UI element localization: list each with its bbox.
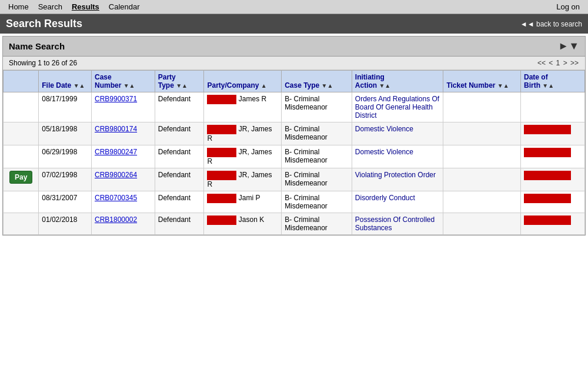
cell-partyco: Jason K [204,213,282,235]
col-header-initiating[interactable]: InitiatingAction ▼▲ [352,71,443,92]
table-row: 08/17/1999CRB9900371Defendant James RB- … [4,92,585,122]
cell-partytype: Defendant [155,191,204,213]
case-number-link[interactable]: CRB9800174 [95,125,137,133]
pagination-prev[interactable]: < [549,59,553,67]
pagination: << < 1 > >> [537,59,579,67]
pay-button[interactable]: Pay [9,171,32,184]
redacted-name-bar [207,125,236,134]
redacted-name-bar [207,95,236,104]
cell-ticket [443,191,521,213]
cell-dob [521,92,585,122]
cell-initiating: Orders And Regulations Of Board Of Gener… [352,92,443,122]
results-panel: Name Search ►▼ Showing 1 to 26 of 26 << … [2,36,586,236]
col-header-actions [4,71,39,92]
case-number-link[interactable]: CRB9800264 [95,171,137,179]
cell-filedate: 05/18/1998 [39,122,92,145]
cell-ticket [443,213,521,235]
cell-dob [521,145,585,168]
logon-area: Log on [552,2,584,11]
nav-links: Home Search Results Calendar [4,1,145,12]
table-row: 05/18/1998CRB9800174Defendant JR, James … [4,122,585,145]
cell-casenum[interactable]: CRB1800002 [92,213,155,235]
col-header-casetype[interactable]: Case Type ▼▲ [282,71,352,92]
results-meta: Showing 1 to 26 of 26 << < 1 > >> [3,57,585,70]
cell-action [4,145,39,168]
nav-results[interactable]: Results [67,1,104,12]
top-navigation: Home Search Results Calendar Log on [0,0,588,14]
cell-initiating: Domestic Violence [352,122,443,145]
page-title-bar: Search Results back to search [0,14,588,34]
pagination-last[interactable]: >> [570,59,579,67]
case-number-link[interactable]: CRB9800247 [95,148,137,156]
case-number-link[interactable]: CRB1800002 [95,216,137,224]
col-header-ticket[interactable]: Ticket Number ▼▲ [443,71,521,92]
table-row: Pay07/02/1998CRB9800264Defendant JR, Jam… [4,168,585,191]
collapse-icon[interactable]: ►▼ [558,40,579,52]
cell-casetype: B- Criminal Misdemeanor [282,122,352,145]
cell-partytype: Defendant [155,92,204,122]
cell-ticket [443,168,521,191]
cell-action [4,122,39,145]
cell-casetype: B- Criminal Misdemeanor [282,168,352,191]
case-number-link[interactable]: CRB0700345 [95,194,137,202]
cell-filedate: 01/02/2018 [39,213,92,235]
pagination-first[interactable]: << [537,59,546,67]
redacted-name-bar [207,216,236,225]
cell-partytype: Defendant [155,122,204,145]
nav-home[interactable]: Home [4,1,34,12]
redacted-name-bar [207,171,236,180]
cell-casenum[interactable]: CRB9900371 [92,92,155,122]
cell-filedate: 08/17/1999 [39,92,92,122]
cell-casenum[interactable]: CRB9800247 [92,145,155,168]
cell-dob [521,168,585,191]
table-row: 01/02/2018CRB1800002Defendant Jason KB- … [4,213,585,235]
cell-initiating: Disorderly Conduct [352,191,443,213]
logon-link[interactable]: Log on [552,1,584,12]
showing-label: Showing 1 to 26 of 26 [9,59,77,67]
back-to-search-link[interactable]: back to search [520,20,582,28]
cell-partyco: JR, James R [204,168,282,191]
results-table: File Date ▼▲ CaseNumber ▼▲ PartyType ▼▲ … [3,70,585,235]
pagination-next[interactable]: > [563,59,567,67]
cell-initiating: Domestic Violence [352,145,443,168]
redacted-dob-bar [524,148,571,157]
cell-ticket [443,92,521,122]
nav-search[interactable]: Search [34,1,67,12]
cell-casenum[interactable]: CRB0700345 [92,191,155,213]
results-panel-title: Name Search [9,41,65,51]
cell-filedate: 08/31/2007 [39,191,92,213]
cell-partytype: Defendant [155,145,204,168]
cell-casenum[interactable]: CRB9800174 [92,122,155,145]
redacted-dob-bar [524,216,571,225]
col-header-casenum[interactable]: CaseNumber ▼▲ [92,71,155,92]
page-title: Search Results [6,18,82,30]
col-header-filedate[interactable]: File Date ▼▲ [39,71,92,92]
table-row: 06/29/1998CRB9800247Defendant JR, James … [4,145,585,168]
cell-casetype: B- Criminal Misdemeanor [282,145,352,168]
cell-partyco: JR, James R [204,145,282,168]
cell-partyco: Jami P [204,191,282,213]
redacted-name-bar [207,194,236,203]
col-header-partytype[interactable]: PartyType ▼▲ [155,71,204,92]
cell-partytype: Defendant [155,168,204,191]
redacted-name-bar [207,148,236,157]
cell-dob [521,191,585,213]
cell-action: Pay [4,168,39,191]
nav-calendar[interactable]: Calendar [104,1,145,12]
cell-ticket [443,122,521,145]
case-number-link[interactable]: CRB9900371 [95,95,137,103]
pagination-current[interactable]: 1 [556,59,562,67]
cell-casenum[interactable]: CRB9800264 [92,168,155,191]
cell-initiating: Violating Protection Order [352,168,443,191]
col-header-dob[interactable]: Date ofBirth ▼▲ [521,71,585,92]
cell-casetype: B- Criminal Misdemeanor [282,213,352,235]
cell-initiating: Possession Of Controlled Substances [352,213,443,235]
cell-dob [521,213,585,235]
redacted-dob-bar [524,125,571,134]
table-row: 08/31/2007CRB0700345Defendant Jami PB- C… [4,191,585,213]
cell-partyco: JR, James R [204,122,282,145]
cell-filedate: 07/02/1998 [39,168,92,191]
cell-ticket [443,145,521,168]
col-header-partyco[interactable]: Party/Company ▲ [204,71,282,92]
cell-action [4,191,39,213]
